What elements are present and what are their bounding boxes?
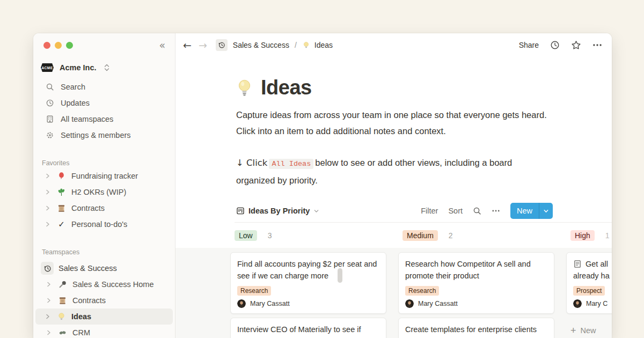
- inline-code-all-ideas: All Ideas: [269, 159, 313, 169]
- workspace-name: Acme Inc.: [60, 63, 97, 72]
- sidebar-item-settings[interactable]: Settings & members: [33, 127, 175, 143]
- page-title: Ideas: [261, 77, 312, 98]
- card-title-line: Get all: [586, 258, 608, 270]
- board-column-low: Find all accounts paying $2 per seat and…: [230, 252, 386, 338]
- tag-research: Research: [405, 286, 439, 296]
- star-icon[interactable]: [571, 40, 581, 50]
- window-controls: «: [33, 33, 175, 57]
- description-line: Capture ideas from across your team in o…: [236, 107, 553, 123]
- board-column-medium: Research how Competitor A sell and promo…: [398, 252, 554, 338]
- sidebar-item-label: Sales & Success Home: [72, 280, 154, 289]
- chevron-right-icon[interactable]: [45, 189, 50, 195]
- more-options-icon[interactable]: [492, 207, 500, 215]
- breadcrumb-space-icon-badge[interactable]: [216, 39, 228, 51]
- document-icon: [573, 260, 582, 268]
- clock-icon[interactable]: [550, 40, 560, 50]
- plus-icon: +: [570, 326, 576, 335]
- bulb-icon: [302, 41, 310, 49]
- chevron-right-icon[interactable]: [46, 297, 52, 304]
- board-column-high: Get all already ha Prospect Mary C: [566, 252, 612, 335]
- chevron-right-icon[interactable]: [45, 205, 50, 211]
- sidebar-teamspace-sales-success[interactable]: Sales & Success: [33, 260, 175, 276]
- teamspace-icon-badge: [41, 262, 54, 275]
- view-selector[interactable]: Ideas By Priority: [236, 207, 319, 215]
- page-description: Capture ideas from across your team in o…: [236, 107, 553, 139]
- sidebar-item-label: H2 OKRs (WIP): [71, 188, 126, 196]
- sidebar-item-crm[interactable]: CRM: [33, 325, 175, 338]
- assignee-name: Mary C: [586, 300, 608, 307]
- microphone-icon: [58, 280, 67, 289]
- sort-button[interactable]: Sort: [448, 207, 463, 215]
- idea-card[interactable]: Create templates for enterprise clients …: [398, 318, 554, 338]
- sidebar-item-all-teamspaces[interactable]: All teamspaces: [33, 111, 175, 127]
- add-card-button[interactable]: + New: [566, 326, 612, 335]
- main-area: ← → Sales & Success / Ideas Share: [175, 33, 612, 338]
- chevron-right-icon[interactable]: [45, 313, 50, 320]
- collapse-sidebar-icon[interactable]: «: [159, 40, 165, 50]
- back-button[interactable]: ←: [183, 40, 192, 50]
- teamspace-pages: Sales & Success Home Contracts Ideas CRM: [33, 276, 175, 338]
- new-button[interactable]: New: [510, 203, 539, 219]
- share-button[interactable]: Share: [519, 41, 539, 49]
- checkmark-icon: ✓: [57, 219, 66, 229]
- more-options-icon[interactable]: [592, 40, 602, 50]
- add-card-label: New: [581, 326, 596, 335]
- card-title: Interview CEO of Materially to see if th…: [237, 324, 379, 338]
- sidebar-item-sales-success-home[interactable]: Sales & Success Home: [33, 276, 175, 292]
- sidebar-item-contracts-team[interactable]: Contracts: [33, 292, 175, 308]
- breadcrumb-page[interactable]: Ideas: [314, 41, 333, 49]
- forward-button[interactable]: →: [199, 40, 207, 50]
- zoom-window-button[interactable]: [66, 42, 73, 49]
- sidebar-item-search[interactable]: Search: [33, 79, 175, 95]
- search-icon: [46, 83, 54, 91]
- sidebar-item-personal-todos[interactable]: ✓ Personal to-do's: [33, 216, 175, 232]
- column-header-high[interactable]: High 1: [566, 230, 612, 241]
- board-column-headers: Low 3 Medium 2 High 1: [175, 223, 612, 248]
- sidebar-item-updates[interactable]: Updates: [33, 95, 175, 111]
- scroll-icon: [58, 296, 67, 305]
- sidebar-item-ideas[interactable]: Ideas: [35, 308, 173, 325]
- breadcrumb-space[interactable]: Sales & Success: [233, 41, 289, 49]
- herb-icon: [57, 188, 66, 197]
- tip-paragraph: ↓ ClickAll Ideasbelow to see or add othe…: [236, 155, 553, 188]
- card-assignee: Mary Cassatt: [405, 299, 547, 308]
- balloon-icon: [57, 172, 66, 181]
- sidebar-item-label: Contracts: [71, 204, 105, 212]
- chevron-right-icon[interactable]: [45, 221, 50, 227]
- gear-icon: [46, 131, 54, 139]
- sidebar-item-label: Personal to-do's: [71, 220, 127, 229]
- card-title: Find all accounts paying $2 per seat and…: [237, 258, 379, 282]
- card-title: Research how Competitor A sell and promo…: [405, 258, 547, 282]
- filter-button[interactable]: Filter: [421, 207, 438, 215]
- new-button-group: New: [510, 203, 553, 219]
- chevron-right-icon[interactable]: [46, 329, 52, 336]
- chevron-right-icon[interactable]: [46, 281, 52, 288]
- column-count: 3: [268, 231, 272, 240]
- new-button-dropdown[interactable]: [539, 203, 553, 219]
- scrollbar-thumb[interactable]: [338, 268, 342, 283]
- sidebar-item-fundraising-tracker[interactable]: Fundraising tracker: [33, 168, 175, 184]
- idea-card[interactable]: Research how Competitor A sell and promo…: [398, 252, 554, 314]
- idea-card[interactable]: Get all already ha Prospect Mary C: [566, 252, 612, 314]
- sidebar-item-label: CRM: [72, 328, 90, 337]
- sidebar-item-label: Ideas: [71, 312, 91, 321]
- column-header-medium[interactable]: Medium 2: [398, 230, 554, 241]
- chevron-down-icon: [313, 208, 319, 214]
- idea-card[interactable]: Find all accounts paying $2 per seat and…: [230, 252, 386, 314]
- card-assignee: Mary Cassatt: [237, 299, 379, 308]
- priority-pill-low: Low: [235, 230, 257, 241]
- column-header-low[interactable]: Low 3: [230, 230, 386, 241]
- kanban-board: Find all accounts paying $2 per seat and…: [175, 248, 612, 338]
- close-window-button[interactable]: [43, 42, 50, 49]
- workspace-switcher[interactable]: ACME Acme Inc.: [33, 58, 175, 77]
- idea-card[interactable]: Interview CEO of Materially to see if th…: [230, 318, 386, 338]
- sidebar-item-contracts-fav[interactable]: Contracts: [33, 200, 175, 216]
- search-icon[interactable]: [473, 207, 481, 215]
- card-title: Create templates for enterprise clients …: [405, 324, 547, 338]
- sidebar-menu: Search Updates All teamspaces Settings &…: [33, 79, 175, 143]
- minimize-window-button[interactable]: [55, 42, 62, 49]
- bulb-icon: [236, 79, 253, 98]
- avatar: [237, 299, 246, 308]
- sidebar-item-h2-okrs[interactable]: H2 OKRs (WIP): [33, 184, 175, 200]
- chevron-right-icon[interactable]: [45, 173, 50, 179]
